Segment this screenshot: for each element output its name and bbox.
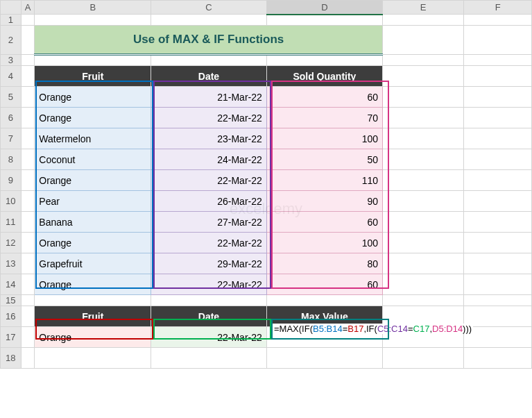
- row-header-7[interactable]: 7: [1, 128, 22, 149]
- row-header-8[interactable]: 8: [1, 149, 22, 170]
- cell-B7[interactable]: Watermelon: [35, 128, 151, 149]
- cell-B11[interactable]: Banana: [35, 212, 151, 233]
- cell-C10[interactable]: 26-Mar-22: [151, 191, 267, 212]
- col-header-C[interactable]: C: [151, 1, 267, 15]
- row-header-11[interactable]: 11: [1, 212, 22, 233]
- cell-D10[interactable]: 90: [266, 191, 382, 212]
- cell-C12[interactable]: 22-Mar-22: [151, 233, 267, 253]
- col-header-A[interactable]: A: [21, 1, 35, 15]
- lookup-header-fruit[interactable]: Fruit: [35, 306, 151, 327]
- cell-B17[interactable]: Orange: [35, 327, 151, 348]
- row-header-5[interactable]: 5: [1, 87, 22, 108]
- cell-B5[interactable]: Orange: [35, 87, 151, 108]
- cell-C11[interactable]: 27-Mar-22: [151, 212, 267, 233]
- col-header-F[interactable]: F: [464, 1, 532, 15]
- lookup-header-date[interactable]: Date: [151, 306, 267, 327]
- select-all-corner[interactable]: [1, 1, 22, 15]
- row-header-10[interactable]: 10: [1, 191, 22, 212]
- col-header-B[interactable]: B: [35, 1, 151, 15]
- cell-D12[interactable]: 100: [266, 233, 382, 253]
- cell-C7[interactable]: 23-Mar-22: [151, 128, 267, 149]
- cell-C17[interactable]: 22-Mar-22: [151, 327, 267, 348]
- cell-B13[interactable]: Grapefruit: [35, 253, 151, 274]
- cell-B12[interactable]: Orange: [35, 233, 151, 253]
- cell-D8[interactable]: 50: [266, 149, 382, 170]
- cell-D6[interactable]: 70: [266, 108, 382, 128]
- row-header-3[interactable]: 3: [1, 55, 22, 66]
- col-header-E[interactable]: E: [382, 1, 463, 15]
- row-header-13[interactable]: 13: [1, 253, 22, 274]
- cell-C5[interactable]: 21-Mar-22: [151, 87, 267, 108]
- row-header-2[interactable]: 2: [1, 26, 22, 55]
- row-header-15[interactable]: 15: [1, 295, 22, 306]
- row-header-14[interactable]: 14: [1, 274, 22, 295]
- row-header-18[interactable]: 18: [1, 348, 22, 369]
- cell-D14[interactable]: 60: [266, 274, 382, 295]
- cell-C13[interactable]: 29-Mar-22: [151, 253, 267, 274]
- formula-display: =MAX(IF(B5:B14=B17,IF(C5:C14=C17,D5:D14)…: [273, 324, 473, 334]
- cell-D5[interactable]: 60: [266, 87, 382, 108]
- cell-B6[interactable]: Orange: [35, 108, 151, 128]
- cell-D9[interactable]: 110: [266, 170, 382, 191]
- cell-D7[interactable]: 100: [266, 128, 382, 149]
- cell-D13[interactable]: 80: [266, 253, 382, 274]
- header-date[interactable]: Date: [151, 66, 267, 87]
- row-header-12[interactable]: 12: [1, 233, 22, 253]
- row-header-16[interactable]: 16: [1, 306, 22, 327]
- cell-B10[interactable]: Pear: [35, 191, 151, 212]
- title-cell[interactable]: Use of MAX & IF Functions: [35, 26, 383, 55]
- cell-B9[interactable]: Orange: [35, 170, 151, 191]
- cell-C9[interactable]: 22-Mar-22: [151, 170, 267, 191]
- row-header-1[interactable]: 1: [1, 15, 22, 26]
- cell-C14[interactable]: 22-Mar-22: [151, 274, 267, 295]
- col-header-D[interactable]: D: [266, 1, 382, 15]
- spreadsheet-grid[interactable]: A B C D E F 1 2 Use of MAX & IF Function…: [0, 0, 532, 369]
- cell-B14[interactable]: Orange: [35, 274, 151, 295]
- row-header-9[interactable]: 9: [1, 170, 22, 191]
- row-header-4[interactable]: 4: [1, 66, 22, 87]
- row-header-17[interactable]: 17: [1, 327, 22, 348]
- cell-D11[interactable]: 60: [266, 212, 382, 233]
- cell-C8[interactable]: 24-Mar-22: [151, 149, 267, 170]
- cell-C6[interactable]: 22-Mar-22: [151, 108, 267, 128]
- cell-B8[interactable]: Coconut: [35, 149, 151, 170]
- header-qty[interactable]: Sold Quantity: [266, 66, 382, 87]
- row-header-6[interactable]: 6: [1, 108, 22, 128]
- header-fruit[interactable]: Fruit: [35, 66, 151, 87]
